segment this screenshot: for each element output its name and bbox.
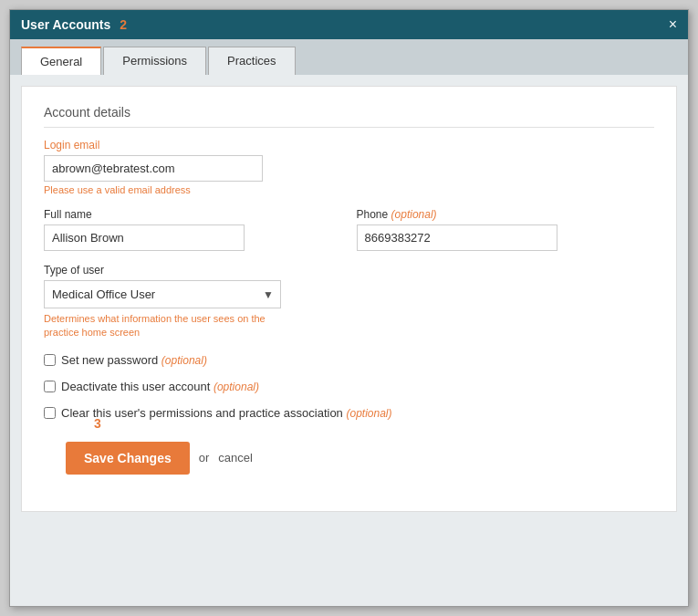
close-button[interactable]: ×: [669, 17, 677, 32]
login-email-group: Login email Please use a valid email add…: [44, 139, 654, 195]
tab-bar: General Permissions Practices: [10, 39, 688, 75]
deactivate-checkbox[interactable]: [44, 381, 56, 392]
save-changes-button[interactable]: Save Changes: [66, 442, 190, 475]
login-email-input[interactable]: [44, 155, 263, 182]
account-details-card: Account details Login email Please use a…: [21, 86, 677, 512]
checkbox-deactivate-group: Deactivate this user account (optional): [44, 380, 654, 393]
set-password-checkbox[interactable]: [44, 354, 56, 366]
tab-general[interactable]: General: [21, 47, 101, 75]
full-name-label: Full name: [44, 208, 342, 221]
name-phone-row: Full name Phone (optional): [44, 208, 654, 264]
footer-badge: 3: [94, 416, 101, 431]
type-description: Determines what information the user see…: [44, 312, 281, 340]
footer-area: 3 Save Changes or cancel: [44, 433, 654, 493]
type-select-wrapper: Medical Office User Admin Provider ▼: [44, 280, 281, 308]
title-bar: User Accounts 2 ×: [10, 10, 688, 39]
footer-or-text: or: [199, 451, 210, 465]
full-name-input[interactable]: [44, 224, 245, 251]
type-label: Type of user: [44, 264, 654, 277]
clear-permissions-label: Clear this user's permissions and practi…: [61, 406, 392, 420]
checkbox-password-group: Set new password (optional): [44, 353, 654, 367]
set-password-label: Set new password (optional): [61, 353, 207, 367]
clear-permissions-checkbox[interactable]: [44, 407, 56, 419]
deactivate-label: Deactivate this user account (optional): [61, 380, 259, 393]
user-type-group: Type of user Medical Office User Admin P…: [44, 264, 654, 340]
type-select[interactable]: Medical Office User Admin Provider: [44, 280, 281, 308]
user-accounts-window: User Accounts 2 × General Permissions Pr…: [9, 9, 689, 607]
title-badge: 2: [120, 17, 127, 32]
tab-permissions[interactable]: Permissions: [103, 47, 206, 75]
section-title: Account details: [44, 105, 654, 128]
login-email-label: Login email: [44, 139, 654, 151]
checkbox-clear-group: Clear this user's permissions and practi…: [44, 406, 654, 420]
content-inner: Account details Login email Please use a…: [10, 75, 688, 606]
login-email-hint: Please use a valid email address: [44, 184, 654, 195]
phone-group: Phone (optional): [357, 208, 655, 251]
phone-label: Phone (optional): [357, 208, 655, 221]
title-bar-left: User Accounts 2: [21, 17, 127, 32]
full-name-group: Full name: [44, 208, 342, 251]
content-area: Account details Login email Please use a…: [10, 75, 688, 606]
tab-practices[interactable]: Practices: [208, 47, 295, 75]
phone-input[interactable]: [357, 224, 557, 251]
window-title: User Accounts: [21, 17, 110, 32]
cancel-link[interactable]: cancel: [218, 451, 253, 465]
